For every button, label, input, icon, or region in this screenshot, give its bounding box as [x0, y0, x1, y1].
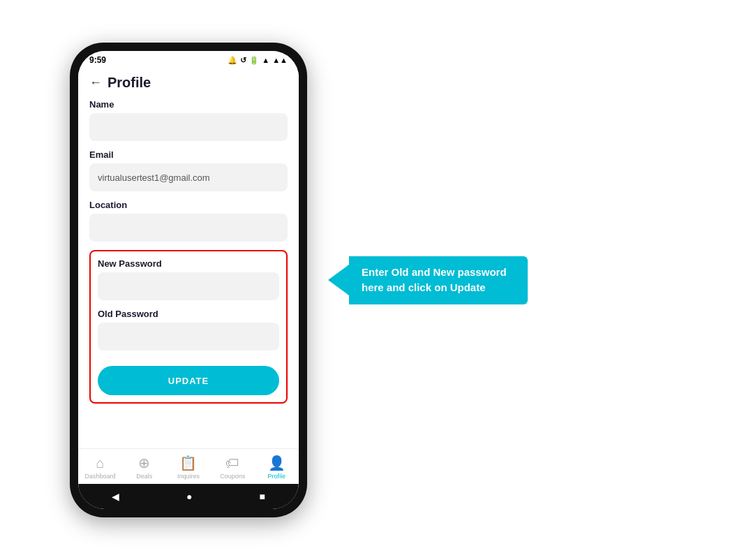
status-bar: 9:59 🔔 ↺ 🔋 ▲ ▲▲: [78, 51, 299, 68]
new-password-label: New Password: [98, 258, 279, 269]
email-field-group: Email: [89, 149, 288, 191]
location-input[interactable]: [89, 214, 288, 242]
nav-item-inquires[interactable]: 📋 Inquires: [171, 455, 206, 480]
page-title: Profile: [107, 75, 151, 91]
status-time: 9:59: [89, 55, 106, 65]
name-field-group: Name: [89, 99, 288, 141]
location-label: Location: [89, 200, 288, 210]
nav-item-profile[interactable]: 👤 Profile: [259, 455, 294, 480]
screen-content: ← Profile Name Email: [78, 68, 299, 484]
name-label: Name: [89, 99, 288, 110]
wifi-icon: ▲: [262, 56, 269, 64]
notification-icon: 🔔: [228, 56, 237, 65]
status-icons: 🔔 ↺ 🔋 ▲ ▲▲: [228, 56, 288, 65]
nav-label-deals: Deals: [136, 473, 152, 480]
nav-item-coupons[interactable]: 🏷 Coupons: [215, 455, 250, 480]
update-button[interactable]: UPDATE: [98, 366, 279, 395]
battery-icon: 🔋: [249, 56, 259, 65]
coupons-icon: 🏷: [225, 455, 239, 471]
page-wrapper: 9:59 🔔 ↺ 🔋 ▲ ▲▲ ← Profile: [70, 43, 528, 517]
old-password-input[interactable]: [98, 323, 279, 351]
form-area: Name Email Location: [78, 96, 299, 448]
annotation-arrow: [328, 265, 349, 295]
name-input[interactable]: [89, 113, 288, 141]
nav-label-dashboard: Dashboard: [85, 473, 116, 480]
nav-item-dashboard[interactable]: ⌂ Dashboard: [83, 455, 118, 480]
profile-icon: 👤: [268, 455, 285, 471]
phone-screen: 9:59 🔔 ↺ 🔋 ▲ ▲▲ ← Profile: [78, 51, 299, 509]
android-nav: ◀ ● ■: [78, 484, 299, 509]
email-input[interactable]: [89, 163, 288, 191]
deals-icon: ⊕: [138, 455, 150, 471]
nav-label-inquires: Inquires: [177, 473, 200, 480]
annotation: Enter Old and New password here and clic…: [328, 256, 528, 304]
android-home-btn[interactable]: ●: [186, 491, 192, 502]
android-recents-btn[interactable]: ■: [260, 491, 265, 502]
password-section: New Password Old Password UPDATE: [89, 250, 288, 404]
location-field-group: Location: [89, 200, 288, 242]
email-label: Email: [89, 149, 288, 160]
dashboard-icon: ⌂: [96, 455, 105, 471]
old-password-field-group: Old Password: [98, 309, 279, 351]
annotation-text: Enter Old and New password here and clic…: [362, 265, 515, 296]
new-password-field-group: New Password: [98, 258, 279, 300]
signal-icon: ▲▲: [272, 56, 288, 64]
old-password-label: Old Password: [98, 309, 279, 319]
sync-icon: ↺: [240, 56, 246, 65]
nav-item-deals[interactable]: ⊕ Deals: [127, 455, 162, 480]
annotation-box: Enter Old and New password here and clic…: [349, 256, 528, 304]
new-password-input[interactable]: [98, 272, 279, 300]
android-back-btn[interactable]: ◀: [112, 491, 119, 502]
inquires-icon: 📋: [179, 455, 197, 471]
phone-shell: 9:59 🔔 ↺ 🔋 ▲ ▲▲ ← Profile: [70, 43, 307, 517]
bottom-nav: ⌂ Dashboard ⊕ Deals 📋 Inquires 🏷 Coupons: [78, 448, 299, 484]
app-header: ← Profile: [78, 68, 299, 96]
back-button[interactable]: ←: [89, 75, 102, 90]
nav-label-profile: Profile: [268, 473, 286, 480]
nav-label-coupons: Coupons: [220, 473, 245, 480]
